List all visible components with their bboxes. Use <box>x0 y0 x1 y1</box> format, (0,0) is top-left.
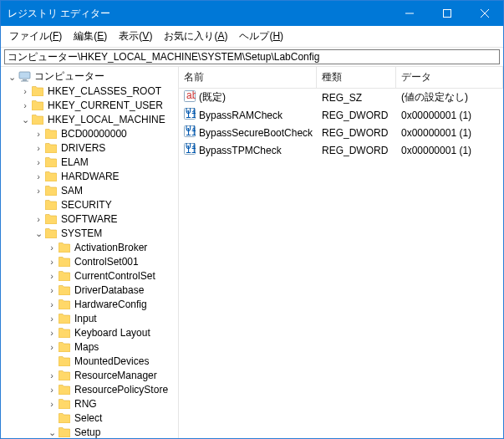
close-button[interactable] <box>466 1 503 26</box>
list-item[interactable]: BypassRAMCheckREG_DWORD0x00000001 (1) <box>179 106 503 124</box>
chevron-right-icon[interactable]: › <box>46 313 58 324</box>
tree-item[interactable]: ›ControlSet001 <box>3 254 178 268</box>
chevron-right-icon[interactable]: › <box>46 370 58 381</box>
tree-item[interactable]: Select <box>3 411 178 425</box>
tree-item[interactable]: ›ELAM <box>3 155 178 169</box>
value-data: (値の設定なし) <box>396 89 503 105</box>
tree-item[interactable]: ›RNG <box>3 396 178 411</box>
chevron-right-icon[interactable]: › <box>46 242 58 253</box>
menu-file[interactable]: ファイル(F) <box>4 28 67 45</box>
chevron-down-icon[interactable]: ⌄ <box>6 71 18 83</box>
tree-item-label: コンピューター <box>33 69 105 84</box>
tree-item[interactable]: ›Keyboard Layout <box>3 325 178 339</box>
tree-item[interactable]: ›ResourceManager <box>3 368 178 382</box>
tree-item[interactable]: ⌄コンピューター <box>3 69 178 84</box>
minimize-button[interactable] <box>390 1 428 26</box>
tree-item[interactable]: ⌄Setup <box>3 425 178 439</box>
chevron-right-icon[interactable]: › <box>19 100 31 111</box>
tree-item[interactable]: ›SAM <box>3 183 178 197</box>
folder-icon <box>58 398 71 410</box>
tree-item[interactable]: ›HARDWARE <box>3 169 178 183</box>
chevron-right-icon[interactable]: › <box>33 156 44 168</box>
chevron-right-icon[interactable]: › <box>46 284 58 296</box>
tree-item[interactable]: ›Input <box>3 311 178 325</box>
chevron-down-icon[interactable]: ⌄ <box>33 227 44 239</box>
value-name: BypassRAMCheck <box>199 110 283 121</box>
chevron-down-icon[interactable]: ⌄ <box>19 114 31 125</box>
list-item[interactable]: BypassSecureBootCheckREG_DWORD0x00000001… <box>179 124 503 141</box>
chevron-right-icon[interactable]: › <box>46 384 58 396</box>
tree-item-label: ResourcePolicyStore <box>74 384 169 396</box>
tree-item[interactable]: ›HKEY_CURRENT_USER <box>3 98 178 112</box>
chevron-right-icon[interactable]: › <box>46 341 58 353</box>
chevron-right-icon[interactable]: › <box>33 142 44 154</box>
col-data[interactable]: データ <box>396 67 503 88</box>
window-title: レジストリ エディター <box>8 7 390 21</box>
tree-item[interactable]: ›DRIVERS <box>3 140 178 155</box>
value-type: REG_DWORD <box>317 107 396 123</box>
tree-item-label: ControlSet001 <box>74 256 140 268</box>
chevron-right-icon[interactable]: › <box>46 299 58 310</box>
tree-item[interactable]: ⌄SYSTEM <box>3 226 178 240</box>
folder-icon <box>58 341 71 353</box>
tree-item-label: DRIVERS <box>60 142 106 154</box>
tree-item-label: MountedDevices <box>74 355 150 367</box>
tree-item[interactable]: SECURITY <box>3 197 178 212</box>
menu-favorites[interactable]: お気に入り(A) <box>159 28 232 45</box>
tree-item[interactable]: ›DriverDatabase <box>3 283 178 297</box>
chevron-right-icon[interactable]: › <box>46 327 58 339</box>
folder-icon <box>44 227 58 239</box>
col-type[interactable]: 種類 <box>317 67 396 88</box>
tree-item-label: HARDWARE <box>60 171 120 182</box>
list-header[interactable]: 名前 種類 データ <box>179 67 503 89</box>
tree-item[interactable]: ›ResourcePolicyStore <box>3 382 178 396</box>
tree-item[interactable]: ›HKEY_CLASSES_ROOT <box>3 84 178 98</box>
folder-icon <box>58 327 71 339</box>
tree-item[interactable]: ›HardwareConfig <box>3 297 178 311</box>
chevron-right-icon[interactable]: › <box>46 270 58 282</box>
menubar: ファイル(F) 編集(E) 表示(V) お気に入り(A) ヘルプ(H) <box>1 26 503 48</box>
tree-item[interactable]: ›ActivationBroker <box>3 240 178 254</box>
tree-item-label: HKEY_CLASSES_ROOT <box>47 85 162 97</box>
chevron-down-icon[interactable]: ⌄ <box>46 426 58 438</box>
menu-help[interactable]: ヘルプ(H) <box>234 28 288 45</box>
folder-icon <box>58 313 71 324</box>
reg-binary-icon <box>184 125 196 140</box>
chevron-right-icon[interactable]: › <box>33 128 44 140</box>
folder-icon <box>58 426 71 438</box>
chevron-right-icon[interactable]: › <box>19 85 31 97</box>
address-input[interactable] <box>4 49 500 64</box>
chevron-right-icon[interactable]: › <box>33 213 44 225</box>
tree-item[interactable]: ›SOFTWARE <box>3 212 178 226</box>
list-item[interactable]: (既定)REG_SZ(値の設定なし) <box>179 89 503 106</box>
tree-pane[interactable]: ⌄コンピューター›HKEY_CLASSES_ROOT›HKEY_CURRENT_… <box>1 67 179 439</box>
col-name[interactable]: 名前 <box>179 67 317 88</box>
value-data: 0x00000001 (1) <box>396 142 503 158</box>
value-name: BypassTPMCheck <box>199 145 282 156</box>
chevron-right-icon[interactable]: › <box>33 185 44 197</box>
tree-item-label: HKEY_CURRENT_USER <box>47 100 164 111</box>
tree-item-label: ActivationBroker <box>74 242 148 253</box>
titlebar[interactable]: レジストリ エディター <box>1 1 503 26</box>
tree-item[interactable]: ›Maps <box>3 339 178 354</box>
menu-view[interactable]: 表示(V) <box>114 28 157 45</box>
folder-icon <box>58 299 71 310</box>
folder-icon <box>58 412 71 424</box>
tree-item[interactable]: ›CurrentControlSet <box>3 268 178 283</box>
maximize-button[interactable] <box>428 1 466 26</box>
tree-item-label: Input <box>74 313 98 324</box>
menu-edit[interactable]: 編集(E) <box>69 28 112 45</box>
chevron-right-icon[interactable]: › <box>46 256 58 268</box>
tree-item-label: CurrentControlSet <box>74 270 156 282</box>
tree-item-label: SYSTEM <box>60 227 103 239</box>
tree-item[interactable]: ⌄HKEY_LOCAL_MACHINE <box>3 112 178 126</box>
tree-item-label: ResourceManager <box>74 370 158 381</box>
list-pane[interactable]: 名前 種類 データ (既定)REG_SZ(値の設定なし)BypassRAMChe… <box>179 67 503 439</box>
tree-item[interactable]: MountedDevices <box>3 354 178 368</box>
list-item[interactable]: BypassTPMCheckREG_DWORD0x00000001 (1) <box>179 141 503 159</box>
chevron-right-icon[interactable]: › <box>46 398 58 410</box>
value-data: 0x00000001 (1) <box>396 107 503 123</box>
folder-icon <box>44 213 58 225</box>
chevron-right-icon[interactable]: › <box>33 171 44 182</box>
tree-item[interactable]: ›BCD00000000 <box>3 126 178 140</box>
